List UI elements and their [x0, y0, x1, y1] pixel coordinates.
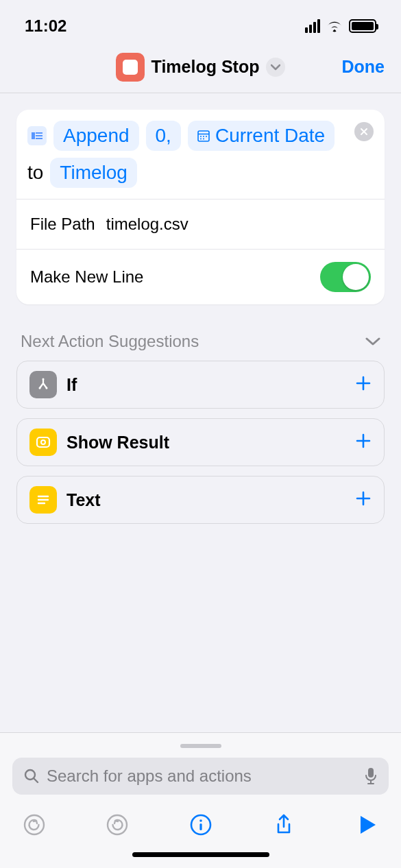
battery-icon: [349, 19, 376, 33]
suggestion-label: Text: [66, 490, 101, 510]
result-icon: [29, 429, 57, 456]
nav-header: Timelog Stop Done: [0, 41, 401, 93]
wifi-icon: [326, 19, 343, 33]
page-title: Timelog Stop: [151, 57, 260, 77]
drag-handle[interactable]: [180, 744, 221, 748]
info-button[interactable]: [187, 811, 215, 839]
svg-point-11: [41, 440, 45, 444]
redo-button[interactable]: [104, 811, 131, 839]
make-new-line-label: Make New Line: [30, 267, 143, 287]
suggestions-header[interactable]: Next Action Suggestions: [21, 332, 380, 351]
suggestion-if[interactable]: If: [16, 361, 385, 409]
svg-point-9: [46, 387, 48, 389]
content: Append 0, Current Date to Timelog File P…: [0, 93, 401, 524]
undo-button[interactable]: [21, 811, 48, 839]
svg-point-18: [199, 819, 202, 822]
clear-action-button[interactable]: [354, 122, 374, 141]
svg-point-7: [42, 378, 45, 381]
svg-point-8: [39, 387, 41, 389]
suggestion-show-result[interactable]: Show Result: [16, 418, 385, 466]
action-verb-token[interactable]: Append: [53, 121, 139, 151]
file-path-label: File Path: [30, 215, 95, 234]
status-right: [305, 19, 376, 33]
status-time: 11:02: [25, 16, 66, 36]
chevron-down-icon: [365, 337, 380, 346]
action-text-token[interactable]: 0,: [146, 121, 181, 151]
search-icon: [23, 768, 40, 784]
suggestion-label: Show Result: [66, 433, 169, 453]
action-target-token[interactable]: Timelog: [50, 158, 137, 188]
switch-knob: [343, 264, 369, 290]
action-variable-token[interactable]: Current Date: [188, 121, 335, 151]
calendar-icon: [197, 130, 210, 142]
add-suggestion-button[interactable]: [355, 375, 372, 394]
status-bar: 11:02: [0, 0, 401, 41]
bottom-panel: Search for apps and actions: [0, 732, 401, 868]
undo-icon: [23, 813, 46, 836]
action-variable-label: Current Date: [215, 125, 325, 147]
share-icon: [272, 813, 295, 836]
close-icon: [360, 128, 368, 136]
svg-rect-19: [199, 823, 202, 830]
toolbar: [12, 795, 389, 848]
suggestions-heading: Next Action Suggestions: [21, 332, 199, 351]
append-action-card: Append 0, Current Date to Timelog File P…: [16, 110, 385, 304]
info-icon: [189, 813, 212, 836]
shortcut-title-button[interactable]: Timelog Stop: [116, 53, 286, 82]
redo-icon: [106, 813, 129, 836]
files-app-icon: [27, 126, 47, 145]
svg-point-15: [25, 815, 44, 834]
suggestion-label: If: [66, 375, 77, 395]
svg-point-3: [203, 136, 204, 137]
run-button[interactable]: [353, 811, 380, 839]
suggestion-text[interactable]: Text: [16, 476, 385, 524]
home-indicator[interactable]: [132, 852, 269, 857]
share-button[interactable]: [270, 811, 297, 839]
search-input[interactable]: Search for apps and actions: [12, 758, 389, 795]
stop-icon: [123, 60, 138, 75]
add-suggestion-button[interactable]: [355, 490, 372, 509]
add-suggestion-button[interactable]: [355, 433, 372, 452]
make-new-line-row: Make New Line: [16, 249, 385, 304]
done-button[interactable]: Done: [342, 57, 385, 77]
shortcut-icon: [116, 53, 145, 82]
search-placeholder: Search for apps and actions: [47, 767, 357, 786]
chevron-down-icon: [266, 58, 285, 77]
svg-point-16: [108, 815, 127, 834]
svg-point-6: [203, 138, 204, 140]
svg-line-13: [34, 779, 38, 783]
svg-point-5: [200, 138, 202, 140]
svg-rect-14: [368, 768, 374, 777]
cellular-signal-icon: [305, 19, 320, 33]
file-path-row[interactable]: File Path timelog.csv: [16, 199, 385, 249]
text-icon: [29, 486, 57, 514]
action-joiner: to: [27, 162, 43, 184]
svg-point-4: [206, 136, 207, 137]
branch-icon: [29, 371, 57, 398]
action-header[interactable]: Append 0, Current Date to Timelog: [16, 110, 385, 199]
play-icon: [355, 813, 378, 836]
microphone-icon[interactable]: [364, 767, 378, 785]
file-path-value: timelog.csv: [106, 215, 189, 234]
svg-rect-10: [37, 437, 49, 447]
svg-point-2: [200, 136, 202, 137]
make-new-line-toggle[interactable]: [320, 262, 371, 292]
